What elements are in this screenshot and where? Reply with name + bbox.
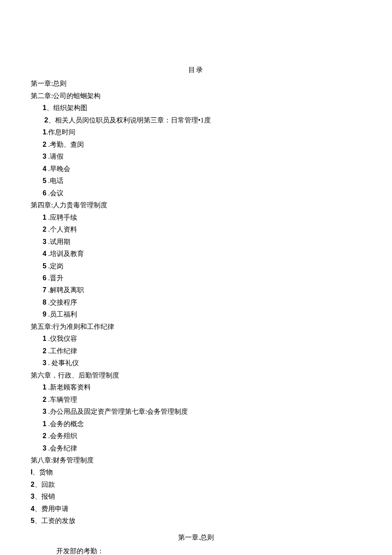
item-text: .新老顾客资料	[46, 384, 91, 391]
item-number: 1	[43, 102, 46, 114]
toc-item: 3 .请假	[31, 151, 361, 163]
toc-item: 6 .晋升	[31, 272, 361, 284]
item-number: 4	[43, 163, 46, 175]
toc-item: 3 .试用期	[31, 236, 361, 248]
toc-item: 1 .应聘手续	[31, 212, 361, 224]
toc-item: 3 .办公用品及固定资产管理第七章:会务管理制度	[31, 406, 361, 418]
item-number: 6	[43, 187, 46, 199]
item-number: 3	[43, 442, 46, 454]
chapter-1-heading: 第一章:总则	[31, 78, 361, 90]
toc-item: 7 .解聘及离职	[31, 284, 361, 296]
item-text: 报销	[41, 493, 55, 500]
item-text: .办公用品及固定资产管理第七章:会务管理制度	[46, 408, 188, 415]
item-text: .工作纪律	[46, 347, 77, 355]
item-text: 组织架构图	[53, 104, 87, 111]
toc-item: 1.作息时间	[31, 126, 361, 138]
toc-item: 9 .员工福利	[31, 308, 361, 320]
item-text: .车辆管理	[46, 396, 77, 403]
toc-item: 4 .早晚会	[31, 163, 361, 175]
item-sep: 、	[32, 468, 39, 476]
toc-item: 3、报销	[31, 491, 361, 503]
item-sep: 、	[48, 116, 55, 124]
chapter-5-heading: 第五章:行为准则和工作纪律	[31, 321, 361, 333]
item-number: 2	[43, 224, 46, 235]
item-number: 2	[43, 394, 46, 406]
item-text: .作息时间	[46, 128, 75, 136]
item-number: 5	[43, 175, 46, 187]
item-text: .会务的概念	[46, 420, 84, 427]
item-text: .交接程序	[46, 299, 77, 306]
item-text: .会议	[46, 189, 63, 197]
item-number: 4	[31, 503, 35, 515]
item-number: 3	[43, 406, 46, 418]
item-number: 3	[43, 236, 46, 248]
toc-item: 6 .会议	[31, 187, 361, 199]
document-title: 目录	[31, 64, 361, 76]
toc-item: 1、组织架构图	[31, 102, 361, 114]
item-text: .个人资料	[46, 226, 77, 233]
item-number: 2	[44, 114, 48, 126]
chapter-8-heading: 第八章:财务管理制度	[31, 454, 361, 466]
item-number: 1	[43, 333, 46, 345]
body-text: 开发部的考勤：	[31, 545, 361, 555]
toc-item: 1 .新老顾客资料	[31, 381, 361, 393]
item-number: 1	[43, 381, 46, 393]
item-sep: 、	[46, 104, 53, 111]
item-text: 工资的发放	[41, 517, 75, 524]
item-text: 相关人员闵位职员及权利说明第三章：日常管理•1度	[55, 116, 211, 124]
item-number: 2	[31, 479, 35, 491]
item-text: .考勤、查闵	[46, 141, 84, 148]
item-number: 8	[43, 296, 46, 308]
item-text: .应聘手续	[46, 214, 77, 221]
chapter-1-body-heading: 第一章.总则	[31, 532, 361, 543]
toc-item: 2 .车辆管理	[31, 394, 361, 406]
item-text: .请假	[46, 153, 63, 160]
toc-item: 1 .会务的概念	[31, 418, 361, 430]
item-number: 7	[43, 284, 46, 296]
item-text: 货物	[39, 468, 53, 476]
item-text: 费用申请	[41, 505, 69, 512]
toc-item: 2 .考勤、查闵	[31, 139, 361, 151]
item-number: 1	[43, 126, 46, 138]
toc-item: 2 .会务殂织	[31, 430, 361, 442]
chapter-2-heading: 第二章:公司的蛆蛔架构	[31, 90, 361, 102]
item-text: .解聘及离职	[46, 286, 84, 293]
item-number: 5	[31, 515, 35, 527]
toc-item: 8 .交接程序	[31, 296, 361, 308]
item-number: 1	[43, 212, 46, 224]
toc-item: 4、费用申请	[31, 503, 361, 515]
toc-item: 3 .会务纪律	[31, 442, 361, 454]
item-number: 3	[43, 151, 46, 163]
item-sep: 、	[35, 505, 41, 512]
item-text: 回款	[41, 481, 55, 488]
item-number: 4	[43, 248, 46, 260]
toc-item: 2、回款	[31, 479, 361, 491]
item-sep: 、	[35, 493, 41, 500]
item-text: .培训及教育	[46, 250, 84, 257]
toc-item: 5、工资的发放	[31, 515, 361, 527]
item-sep: 、	[35, 517, 41, 524]
item-text: .会务殂织	[46, 432, 77, 439]
item-number: 3	[43, 357, 46, 369]
item-number: 1	[43, 418, 46, 430]
item-sep: 、	[35, 481, 41, 488]
toc-item: 5 .定岗	[31, 260, 361, 272]
item-text: .晋升	[46, 274, 63, 282]
item-text: .定岗	[46, 262, 63, 270]
item-number: 2	[43, 430, 46, 442]
toc-item: 2、相关人员闵位职员及权利说明第三章：日常管理•1度	[31, 114, 361, 126]
toc-item: 1 .仪我仪容	[31, 333, 361, 345]
item-text: .试用期	[46, 238, 70, 245]
item-number: 2	[43, 345, 46, 357]
item-text: .会务纪律	[46, 445, 77, 452]
item-number: 9	[43, 308, 46, 320]
chapter-6-heading: 第六章，行政、后勤管理制度	[31, 369, 361, 381]
item-text: .早晚会	[46, 165, 70, 172]
item-number: 3	[31, 491, 35, 503]
toc-item: 5 .电话	[31, 175, 361, 187]
item-text: . 处事礼仪	[46, 359, 79, 366]
toc-item: 4 .培训及教育	[31, 248, 361, 260]
toc-item: 2 .工作纪律	[31, 345, 361, 357]
item-text: .仪我仪容	[46, 335, 77, 342]
item-number: 6	[43, 272, 46, 284]
